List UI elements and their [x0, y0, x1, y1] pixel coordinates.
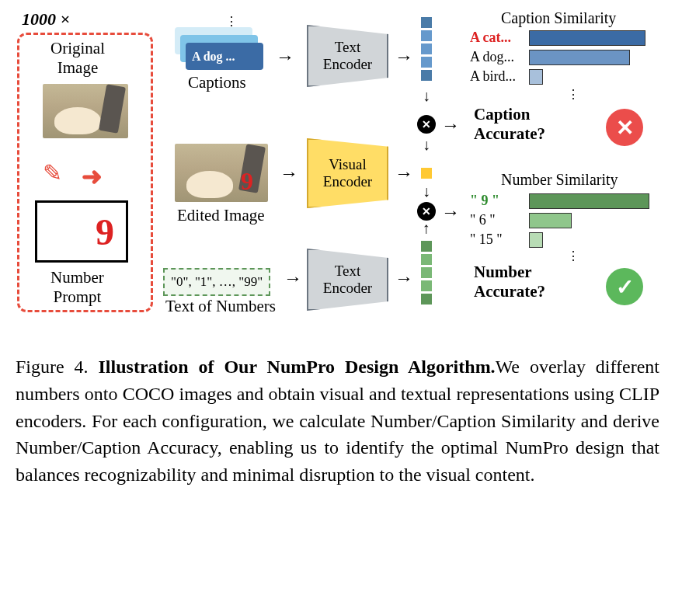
caption-sim-title: Caption Similarity [501, 9, 616, 27]
number-sim-chart: " 9 " " 6 " " 15 " [470, 193, 649, 251]
bar [529, 30, 645, 46]
visual-embedding [421, 168, 432, 179]
edited-overlay-number: 9 [241, 167, 253, 196]
diagram-container: 1000 × Original Image ✎ ➜ 9 Number Promp… [8, 8, 667, 342]
arrow-icon: → [395, 268, 413, 289]
combine-arrow-icon: ➜ [82, 162, 103, 191]
text-encoder-top: Text Encoder [307, 25, 388, 87]
number-sim-title: Number Similarity [501, 171, 618, 189]
bar-label: " 6 " [470, 212, 524, 228]
pencil-icon: ✎ [43, 159, 62, 186]
text-embedding-top [421, 17, 432, 81]
arrow-icon: → [280, 163, 298, 184]
bar [529, 193, 649, 209]
caption-accurate-question: Caption Accurate? [474, 105, 545, 144]
bar-label: A bird... [470, 68, 524, 85]
text-embedding-bottom [421, 241, 432, 305]
figure-label: Figure 4. [16, 357, 89, 377]
arrow-icon: → [395, 163, 413, 184]
cross-icon: ✕ [606, 109, 643, 146]
bar [529, 50, 630, 65]
figure-caption: Figure 4. Illustration of Our NumPro Des… [8, 353, 667, 489]
down-arrow-icon: ↓ [423, 136, 430, 154]
captions-label: Captions [188, 73, 246, 92]
bar [529, 69, 543, 85]
text-numbers-box: "0", "1", …, "99" [163, 268, 270, 296]
bar-label: " 9 " [470, 193, 524, 209]
caption-main-text: A dog ... [192, 50, 235, 64]
down-arrow-icon: ↓ [423, 183, 430, 200]
arrow-icon: → [441, 202, 460, 223]
number-prompt-box: 9 [35, 200, 128, 263]
text-numbers-content: "0", "1", …, "99" [171, 274, 263, 289]
down-arrow-icon: ↓ [423, 87, 430, 105]
edited-image [175, 144, 268, 202]
vdots-icon: ⋮ [567, 249, 579, 263]
iteration-label: 1000 × [22, 9, 70, 30]
edited-image-label: Edited Image [177, 206, 265, 225]
figure-caption-bold: Illustration of Our NumPro Design Algori… [99, 357, 496, 377]
caption-sim-chart: A cat... A dog... A bird... [470, 30, 645, 88]
bar [529, 213, 572, 228]
number-accurate-question: Number Accurate? [474, 263, 545, 301]
arrow-icon: → [395, 47, 413, 68]
visual-encoder: Visual Encoder [307, 138, 388, 208]
bar [529, 232, 543, 248]
multiply-icon: ✕ [417, 115, 436, 134]
text-numbers-label: Text of Numbers [165, 297, 276, 316]
bar-label: A dog... [470, 49, 524, 65]
arrow-icon: → [276, 47, 294, 68]
multiply-icon: ✕ [417, 202, 436, 221]
bar-label: " 15 " [470, 231, 524, 248]
up-arrow-icon: ↓ [423, 221, 430, 239]
original-image [43, 84, 128, 138]
number-prompt-label: Number Prompt [50, 268, 104, 307]
arrow-icon: → [284, 268, 302, 289]
caption-card-main: A dog ... [186, 43, 263, 70]
vdots-icon: ⋮ [567, 87, 579, 102]
number-prompt-value: 9 [96, 211, 114, 253]
original-image-label: Original Image [50, 39, 105, 78]
check-icon: ✓ [606, 268, 643, 305]
arrow-icon: → [441, 115, 460, 136]
bar-label: A cat... [470, 30, 524, 46]
text-encoder-bottom: Text Encoder [307, 249, 388, 311]
